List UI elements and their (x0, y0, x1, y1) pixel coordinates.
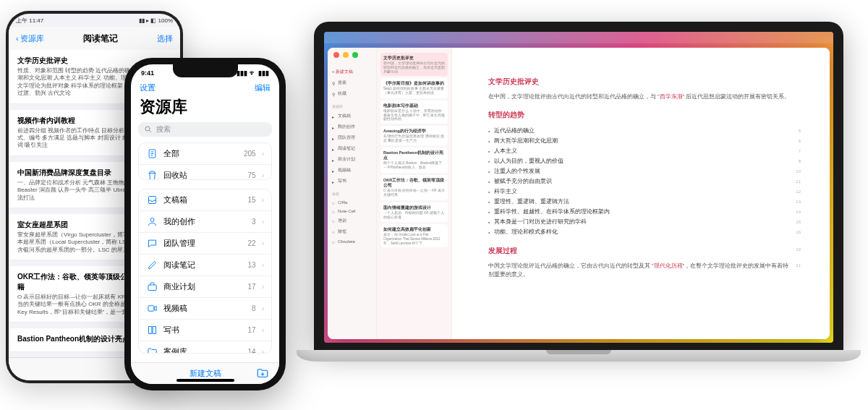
card-title: 电影剧本写作基础 (383, 103, 445, 108)
outline-item[interactable]: •近代品格的确立5 (488, 126, 801, 136)
note-card[interactable]: Amazing的行为经济学非理性行为 比较优势原理 诱饵效应 指定 攀比是第一生… (380, 126, 448, 146)
folder-row[interactable]: 案例库 14 › (139, 341, 271, 354)
row-count: 17 (248, 283, 256, 291)
search-input[interactable]: 搜索 (138, 122, 272, 137)
sidebar-item[interactable]: ▸阅读笔记 (328, 143, 376, 154)
line-number: 19 (796, 247, 801, 252)
line-number: 10 (796, 169, 801, 174)
sidebar-item[interactable]: ▸商业计划 (328, 154, 376, 165)
outline-text: 近代品格的确立 (494, 127, 799, 134)
outline-text: 人本主义 (494, 148, 799, 155)
outline-item[interactable]: ▪以人为目的，重视人的价值8 (488, 156, 801, 166)
folder-row[interactable]: 阅读笔记 13 › (139, 255, 271, 276)
row-label: 阅读笔记 (163, 260, 242, 270)
outline-item[interactable]: ▪其本身是一门对历史进行研究的学科15 (488, 217, 801, 227)
close-button[interactable] (333, 52, 339, 58)
card-title: Bastion Pantheon机制的设计亮点 (383, 150, 445, 161)
outline-item[interactable]: ▪重理性、重逻辑、重逻辑方法13 (488, 197, 801, 207)
row-label: 全部 (163, 148, 238, 159)
folder-row[interactable]: 写书 17 › (139, 320, 271, 341)
note-card[interactable]: 文学历史批评史在中国，文学理论批评由古代向近代的转型和近代品格的确立，与后近代思… (380, 53, 448, 76)
back-button[interactable]: ‹ 资源库 (16, 33, 44, 44)
sidebar-item[interactable]: ▸团队管理 (328, 132, 376, 143)
note-card[interactable]: OKR工作法：谷歌、领英等顶级公司O 表示目标 好的目标一让你一 KR 表示关键… (380, 175, 448, 200)
note-card[interactable]: 电影剧本写作基础电影剧本是什么 小说中，所有的动作都发生在人物的脑子中，即它发生… (380, 101, 448, 124)
mac-notes-list[interactable]: 文学历史批评史在中国，文学理论批评由古代向近代的转型和近代品格的确立，与后近代思… (377, 48, 452, 339)
sidebar-item[interactable]: ▸写书 (328, 176, 376, 187)
new-folder-button[interactable] (256, 367, 269, 380)
android-status-bar: 上午 11:47 ▮▮ ▸ ◧ 100% (9, 14, 180, 27)
trash-icon (146, 170, 158, 180)
fullscreen-button[interactable] (352, 52, 358, 58)
section-heading: 转型的趋势 (488, 110, 801, 120)
outline-text: 两大哲学思潮和文化思潮 (494, 137, 799, 145)
outline-item[interactable]: ▪科学主义12 (488, 187, 801, 197)
folder-plus-icon (256, 367, 269, 380)
sidebar-item[interactable]: ○C/Re (328, 198, 376, 207)
note-card[interactable]: 面向情绪重建的游戏设计一个人焦虑、抑郁的问题 KR 游戏个人的核心价值 (380, 202, 448, 223)
mac-sidebar: + 新建文稿⚲搜索⚲收藏资源库▸文稿箱▸我的创作▸团队管理▸阅读笔记▸商业计划▸… (328, 48, 377, 339)
folder-row[interactable]: 商业计划 17 › (139, 276, 271, 298)
new-doc-button[interactable]: 新建文稿 (190, 368, 221, 379)
macbook-bezel: + 新建文稿⚲搜索⚲收藏资源库▸文稿箱▸我的创作▸团队管理▸阅读笔记▸商业计划▸… (314, 22, 843, 350)
outline-list: •近代品格的确立5•两大哲学思潮和文化思潮6▪人本主义7▪以人为目的，重视人的价… (488, 126, 801, 237)
row-label: 回收站 (163, 170, 242, 180)
card-title: 《学尔斯日报》是如何讲故事的 (383, 81, 445, 86)
chevron-right-icon: › (262, 171, 264, 179)
sidebar-item[interactable]: ○Note Cell (328, 207, 376, 215)
sidebar-item[interactable]: ○随笔 (328, 226, 376, 237)
line-number: 6 (799, 139, 801, 143)
back-label: 资源库 (20, 33, 44, 44)
sidebar-item[interactable]: ○Obsolete (328, 237, 376, 246)
sidebar-item[interactable]: ⚲收藏 (328, 88, 376, 99)
outline-item[interactable]: ▪被赋予充分的自由意识11 (488, 176, 801, 187)
folder-row[interactable]: 回收站 75 › (139, 165, 271, 180)
sidebar-item[interactable]: ⚲搜索 (328, 77, 376, 88)
note-card[interactable]: Bastion Pantheon机制的设计亮点两个个人观点 Bastion、Ba… (380, 148, 448, 173)
folder-row[interactable]: 文稿箱 15 › (139, 189, 271, 211)
briefcase-icon (146, 281, 158, 293)
minimize-button[interactable] (343, 52, 349, 58)
card-title: OKR工作法：谷歌、领英等顶级公司 (383, 178, 445, 188)
svg-point-0 (145, 127, 150, 131)
note-card[interactable]: 《学尔斯日报》是如何讲故事的Step1 如何找到好故事 主题从无关紧要（事先没有… (380, 78, 448, 98)
outline-item[interactable]: ▪重科学性、超越性、在科学体系的理论框架内14 (488, 207, 801, 217)
home-indicator[interactable] (176, 379, 234, 382)
status-time: 上午 11:47 (16, 17, 43, 25)
iphone-screen: 9:41 ▮▮▮ᯤ▮▮▮ 设置 编辑 资源库 搜索 全部 205 › 回收站 7… (131, 64, 279, 384)
highlight-term: 西学东渐 (660, 93, 683, 100)
iphone-nav-bar: 设置 编辑 (131, 81, 279, 94)
bullet-icon: ▪ (488, 209, 490, 215)
new-doc-button[interactable]: + 新建文稿 (328, 67, 376, 77)
row-count: 14 (248, 348, 256, 354)
folder-row[interactable]: 全部 205 › (139, 143, 271, 165)
outline-item[interactable]: ▪人本主义7 (488, 146, 801, 156)
sidebar-item[interactable]: ▸文稿箱 (328, 111, 376, 121)
sidebar-item[interactable]: ○培训 (328, 215, 376, 226)
note-card[interactable]: 如何建立高效扁平化创新原文：An Inside Look at a Flat O… (380, 224, 448, 247)
bullet-icon: ▪ (488, 179, 490, 185)
chevron-right-icon: › (262, 196, 264, 204)
mac-menubar[interactable] (324, 32, 833, 43)
folder-row[interactable]: 视频稿 8 › (139, 298, 271, 320)
outline-item[interactable]: •功能、理论和模式多样化16 (488, 227, 801, 237)
svg-point-6 (150, 218, 154, 222)
sidebar-item[interactable]: ▸我的创作 (328, 121, 376, 132)
macbook-frame: + 新建文稿⚲搜索⚲收藏资源库▸文稿箱▸我的创作▸团队管理▸阅读笔记▸商业计划▸… (297, 22, 861, 362)
outline-text: 功能、理论和模式多样化 (494, 229, 796, 236)
outline-item[interactable]: •两大哲学思潮和文化思潮6 (488, 136, 801, 146)
status-battery: ▮▮ ▸ ◧ 100% (139, 17, 173, 24)
outline-item[interactable]: ▪注重人的个性发展10 (488, 166, 801, 176)
status-time: 9:41 (141, 69, 154, 77)
mac-editor[interactable]: 文学历史批评史 在中国，文学理论批评由古代向近代的转型和近代品格的确立，与 "西… (452, 48, 830, 339)
bullet-icon: ▪ (488, 158, 490, 165)
folder-row[interactable]: 团队管理 22 › (139, 233, 271, 255)
outline-text: 注重人的个性发展 (494, 168, 796, 175)
folder-row[interactable]: 我的创作 3 › (139, 211, 271, 233)
settings-button[interactable]: 设置 (140, 82, 156, 93)
row-count: 13 (248, 261, 256, 269)
edit-button[interactable]: 编辑 (255, 82, 271, 93)
select-button[interactable]: 选择 (157, 33, 173, 44)
line-number: 12 (796, 189, 801, 194)
sidebar-item[interactable]: ▸视频稿 (328, 165, 376, 176)
